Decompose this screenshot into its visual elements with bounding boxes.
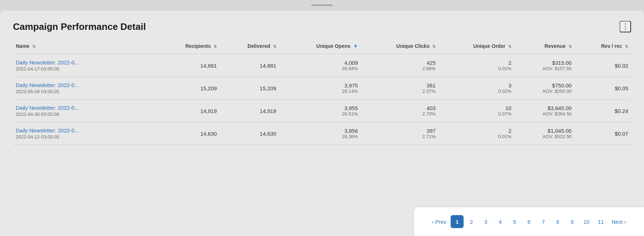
page-btn-5[interactable]: 5 <box>508 215 521 228</box>
revenue-value-1: $750.00 <box>517 82 572 88</box>
campaign-name-link-0[interactable]: Daily Newsletter: 2022-0... <box>16 59 153 65</box>
unique-opens-sort-icon: ▼ <box>353 44 358 49</box>
page-btn-10[interactable]: 10 <box>580 215 593 228</box>
page-btn-2[interactable]: 2 <box>465 215 478 228</box>
table-row: Daily Newsletter: 2022-0... 2022-04-17 0… <box>13 54 631 77</box>
unique-opens-value-0: 4,009 <box>282 60 358 66</box>
unique-clicks-pct-3: 2.71% <box>364 134 436 139</box>
recipients-value-3: 14,630 <box>158 131 217 137</box>
cell-revenue-0: $315.00 AOV: $157.50 <box>514 54 575 77</box>
cell-recipients-1: 15,209 <box>156 77 220 100</box>
name-sort-icon: ⇅ <box>32 44 36 49</box>
unique-order-value-2: 10 <box>441 105 511 111</box>
delivered-value-1: 15,209 <box>222 85 276 91</box>
cell-recipients-3: 14,630 <box>156 122 220 145</box>
cell-revenue-2: $3,645.00 AOV: $364.50 <box>514 100 575 122</box>
table-header: Name ⇅ Recipients ⇅ Delivered ⇅ Unique O… <box>13 40 631 54</box>
cell-delivered-2: 14,919 <box>220 100 279 122</box>
cell-unique-clicks-0: 425 2.86% <box>361 54 438 77</box>
rev-rec-sort-icon: ⇅ <box>625 44 628 49</box>
unique-clicks-value-2: 403 <box>364 105 436 111</box>
delivered-sort-icon: ⇅ <box>273 44 276 49</box>
unique-clicks-sort-icon: ⇅ <box>432 44 436 49</box>
next-button[interactable]: Next › <box>609 219 629 225</box>
unique-order-pct-0: 0.01% <box>441 66 511 71</box>
prev-chevron-icon: ‹ <box>432 219 434 225</box>
cell-recipients-2: 14,919 <box>156 100 220 122</box>
cell-unique-clicks-2: 403 2.70% <box>361 100 438 122</box>
cell-unique-order-1: 3 0.02% <box>438 77 514 100</box>
unique-order-pct-2: 0.07% <box>441 111 511 117</box>
cell-rev-rec-0: $0.02 <box>575 54 631 77</box>
page-btn-4[interactable]: 4 <box>494 215 507 228</box>
rev-rec-value-3: $0.07 <box>578 131 628 137</box>
cell-rev-rec-2: $0.24 <box>575 100 631 122</box>
col-unique-order[interactable]: Unique Order ⇅ <box>438 40 514 54</box>
page-btn-1[interactable]: 1 <box>451 215 464 228</box>
campaign-name-link-3[interactable]: Daily Newsletter: 2022-0... <box>16 127 153 133</box>
table-row: Daily Newsletter: 2022-0... 2022-05-09 0… <box>13 77 631 100</box>
revenue-aov-2: AOV: $364.50 <box>517 111 572 117</box>
unique-opens-value-2: 3,955 <box>282 105 358 111</box>
cell-unique-opens-2: 3,955 26.51% <box>279 100 361 122</box>
campaign-date-3: 2022-04-12 03:05:05 <box>16 134 153 140</box>
col-delivered[interactable]: Delivered ⇅ <box>220 40 279 54</box>
delivered-value-3: 14,630 <box>222 131 276 137</box>
revenue-value-0: $315.00 <box>517 60 572 66</box>
pagination: ‹ Prev 1234567891011 Next › <box>414 207 644 236</box>
table-container: Name ⇅ Recipients ⇅ Delivered ⇅ Unique O… <box>0 40 644 145</box>
recipients-value-0: 14,881 <box>158 63 217 69</box>
panel-header: Campaign Performance Detail ⋮ <box>0 11 644 40</box>
col-unique-opens[interactable]: Unique Opens ▼ <box>279 40 361 54</box>
prev-label: Prev <box>435 219 446 225</box>
page-btn-3[interactable]: 3 <box>479 215 492 228</box>
delivered-value-0: 14,881 <box>222 63 276 69</box>
unique-opens-pct-2: 26.51% <box>282 111 358 117</box>
recipients-sort-icon: ⇅ <box>213 44 217 49</box>
campaign-date-0: 2022-04-17 03:05:05 <box>16 66 153 72</box>
cell-delivered-3: 14,630 <box>220 122 279 145</box>
cell-name-2: Daily Newsletter: 2022-0... 2022-04-30 0… <box>13 100 156 122</box>
prev-button[interactable]: ‹ Prev <box>429 219 449 225</box>
more-options-button[interactable]: ⋮ <box>620 21 631 32</box>
unique-opens-value-3: 3,856 <box>282 128 358 134</box>
page-btn-6[interactable]: 6 <box>523 215 535 228</box>
unique-clicks-value-0: 425 <box>364 60 436 66</box>
drag-handle[interactable] <box>311 4 333 6</box>
col-rev-rec[interactable]: Rev / rec ⇅ <box>575 40 631 54</box>
unique-order-pct-1: 0.02% <box>441 88 511 94</box>
page-btn-9[interactable]: 9 <box>566 215 579 228</box>
cell-unique-clicks-3: 397 2.71% <box>361 122 438 145</box>
campaign-date-1: 2022-05-09 03:05:05 <box>16 89 153 94</box>
unique-opens-pct-1: 26.14% <box>282 88 358 94</box>
unique-opens-pct-3: 26.36% <box>282 134 358 139</box>
col-revenue[interactable]: Revenue ⇅ <box>514 40 575 54</box>
table-row: Daily Newsletter: 2022-0... 2022-04-12 0… <box>13 122 631 145</box>
revenue-sort-icon: ⇅ <box>569 44 572 49</box>
next-chevron-icon: › <box>624 219 626 225</box>
page-btn-11[interactable]: 11 <box>594 215 607 228</box>
campaign-name-link-1[interactable]: Daily Newsletter: 2022-0... <box>16 82 153 88</box>
campaign-name-link-2[interactable]: Daily Newsletter: 2022-0... <box>16 105 153 111</box>
unique-clicks-value-1: 361 <box>364 82 436 88</box>
page-btn-8[interactable]: 8 <box>551 215 564 228</box>
table-row: Daily Newsletter: 2022-0... 2022-04-30 0… <box>13 100 631 122</box>
rev-rec-value-2: $0.24 <box>578 108 628 114</box>
cell-unique-clicks-1: 361 2.37% <box>361 77 438 100</box>
unique-opens-value-1: 3,975 <box>282 82 358 88</box>
cell-revenue-3: $1,045.00 AOV: $522.50 <box>514 122 575 145</box>
unique-clicks-pct-2: 2.70% <box>364 111 436 117</box>
recipients-value-2: 14,919 <box>158 108 217 114</box>
rev-rec-value-0: $0.02 <box>578 63 628 69</box>
col-unique-clicks[interactable]: Unique Clicks ⇅ <box>361 40 438 54</box>
col-name[interactable]: Name ⇅ <box>13 40 156 54</box>
page-btn-7[interactable]: 7 <box>537 215 550 228</box>
revenue-value-2: $3,645.00 <box>517 105 572 111</box>
revenue-aov-1: AOV: $250.00 <box>517 88 572 94</box>
header-row: Name ⇅ Recipients ⇅ Delivered ⇅ Unique O… <box>13 40 631 54</box>
col-recipients[interactable]: Recipients ⇅ <box>156 40 220 54</box>
unique-opens-pct-0: 26.94% <box>282 66 358 71</box>
cell-delivered-1: 15,209 <box>220 77 279 100</box>
cell-recipients-0: 14,881 <box>156 54 220 77</box>
page-buttons: 1234567891011 <box>451 215 607 228</box>
